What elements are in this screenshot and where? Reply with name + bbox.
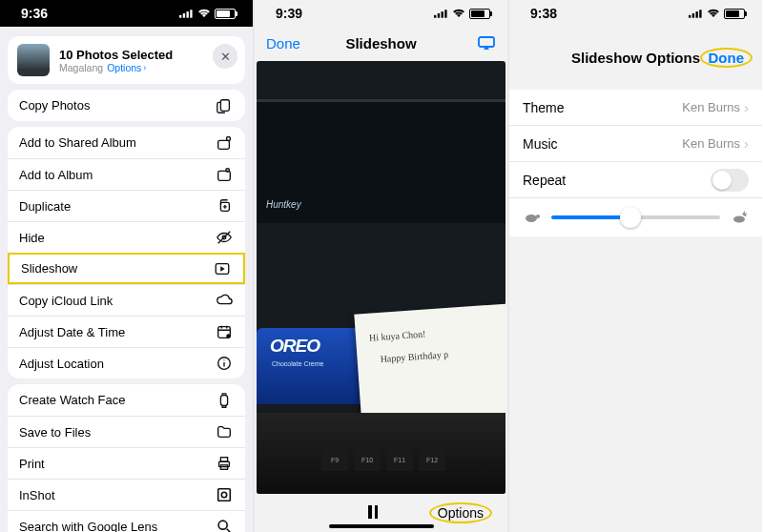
duplicate-icon: [215, 196, 234, 215]
selection-subtitle: Magalang Options›: [59, 62, 173, 73]
action-group-3: Create Watch Face Save to Files Print In…: [8, 384, 245, 532]
svg-rect-0: [179, 15, 181, 18]
home-indicator[interactable]: [329, 524, 434, 528]
turtle-icon: [523, 211, 542, 224]
header-options-link[interactable]: Options›: [107, 62, 146, 73]
search-icon: [215, 517, 234, 532]
slideshow-icon: [213, 259, 232, 278]
svg-point-8: [226, 169, 230, 173]
chevron-right-icon: ›: [744, 135, 749, 152]
save-files-row[interactable]: Save to Files: [8, 416, 245, 447]
svg-rect-30: [699, 10, 701, 17]
done-button[interactable]: Done: [266, 35, 300, 51]
selection-thumbnail: [17, 44, 50, 76]
svg-rect-29: [696, 11, 698, 18]
status-bar: 9:36: [0, 0, 253, 27]
chevron-right-icon: ›: [744, 99, 749, 115]
cellular-icon: [434, 9, 448, 18]
svg-rect-15: [220, 395, 227, 405]
hide-icon: [215, 228, 234, 247]
slideshow-photo[interactable]: Huntkey Chocolate Creme Hi kuya Chon! Ha…: [257, 61, 505, 494]
svg-rect-27: [689, 15, 691, 18]
adjust-location-row[interactable]: Adjust Location: [8, 347, 245, 379]
svg-point-21: [218, 521, 227, 529]
wifi-icon: [197, 9, 211, 18]
svg-rect-23: [438, 13, 440, 18]
svg-rect-17: [220, 458, 227, 462]
print-row[interactable]: Print: [8, 447, 245, 479]
inshot-icon: [215, 485, 234, 504]
watch-icon: [215, 391, 234, 410]
svg-point-33: [733, 216, 745, 223]
cellular-icon: [689, 9, 703, 18]
close-button[interactable]: ✕: [213, 44, 237, 69]
watch-face-row[interactable]: Create Watch Face: [8, 384, 245, 416]
svg-rect-7: [218, 171, 231, 180]
status-bar: 9:38: [509, 0, 762, 27]
hide-row[interactable]: Hide: [8, 221, 245, 253]
svg-rect-26: [479, 37, 494, 47]
svg-rect-24: [442, 11, 443, 18]
status-icons: [689, 9, 745, 19]
slideshow-options-screen: 9:38 Slideshow Options Done Theme Ken Bu…: [509, 0, 762, 532]
status-icons: [434, 9, 490, 19]
svg-point-31: [526, 215, 537, 222]
slideshow-row[interactable]: Slideshow: [8, 253, 245, 284]
chevron-right-icon: ›: [143, 63, 146, 72]
svg-point-20: [221, 492, 226, 497]
selection-title: 10 Photos Selected: [59, 48, 173, 62]
clock: 9:36: [21, 6, 48, 21]
done-button[interactable]: Done: [700, 50, 753, 66]
keyboard: F9 F10 F11 F12: [257, 413, 505, 494]
clock: 9:38: [530, 6, 557, 21]
status-icons: [179, 9, 236, 19]
slideshow-screen: 9:39 Done Slideshow Huntkey Chocolate Cr…: [255, 0, 507, 532]
svg-rect-3: [190, 10, 192, 17]
clock: 9:39: [276, 6, 302, 21]
add-shared-album-row[interactable]: Add to Shared Album: [8, 127, 245, 158]
status-bar: 9:39: [255, 0, 507, 27]
adjust-date-row[interactable]: Adjust Date & Time: [8, 316, 245, 347]
share-sheet-header: 10 Photos Selected Magalang Options› ✕: [8, 36, 245, 84]
share-sheet-screen: 9:36 10 Photos Selected Magalang Options…: [0, 0, 253, 532]
svg-rect-1: [183, 13, 185, 18]
action-group-1: Copy Photos: [8, 90, 245, 121]
google-lens-row[interactable]: Search with Google Lens: [8, 510, 245, 532]
action-group-2: Add to Shared Album Add to Album Duplica…: [8, 127, 245, 379]
options-list: Theme Ken Burns› Music Ken Burns› Repeat: [509, 90, 762, 236]
repeat-toggle[interactable]: [711, 169, 749, 192]
nav-title: Slideshow Options: [571, 50, 700, 66]
options-button[interactable]: Options: [429, 505, 492, 521]
svg-point-32: [536, 215, 540, 218]
svg-rect-25: [444, 10, 446, 17]
shared-album-icon: [215, 133, 234, 153]
svg-rect-19: [218, 489, 231, 501]
add-album-row[interactable]: Add to Album: [8, 158, 245, 190]
svg-rect-4: [220, 99, 229, 111]
inshot-row[interactable]: InShot: [8, 479, 245, 510]
battery-icon: [215, 9, 236, 19]
folder-icon: [215, 422, 234, 441]
svg-rect-2: [187, 11, 189, 18]
airplay-icon[interactable]: [477, 35, 496, 51]
duplicate-row[interactable]: Duplicate: [8, 190, 245, 221]
svg-point-13: [226, 334, 231, 338]
print-icon: [215, 454, 234, 473]
nav-bar: Slideshow Options Done: [509, 38, 762, 76]
svg-rect-5: [218, 140, 230, 149]
calendar-icon: [215, 322, 234, 341]
icloud-link-row[interactable]: Copy iCloud Link: [8, 284, 245, 316]
rabbit-icon: [730, 211, 749, 224]
speed-slider[interactable]: [551, 215, 720, 219]
icloud-link-icon: [215, 291, 234, 310]
copy-photos-row[interactable]: Copy Photos: [8, 90, 245, 121]
music-row[interactable]: Music Ken Burns›: [509, 126, 762, 162]
wifi-icon: [707, 9, 720, 18]
nav-bar: Done Slideshow: [255, 27, 507, 59]
battery-icon: [469, 9, 490, 19]
theme-row[interactable]: Theme Ken Burns›: [509, 90, 762, 126]
pause-button[interactable]: [365, 505, 381, 521]
repeat-row: Repeat: [509, 162, 762, 198]
cellular-icon: [179, 9, 194, 18]
svg-point-6: [227, 136, 231, 140]
